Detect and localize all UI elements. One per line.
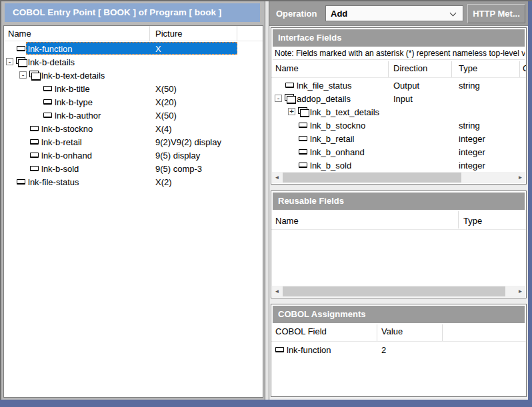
field-icon (17, 179, 25, 185)
field-name: lnk_b_onhand (310, 147, 365, 157)
field-picture: X(50) (155, 84, 177, 94)
column-header-picture: Picture (155, 29, 182, 39)
column-header-type: Type (459, 63, 477, 73)
expand-icon[interactable] (288, 108, 295, 115)
field-icon (299, 163, 307, 168)
collapse-icon[interactable] (19, 71, 27, 79)
field-type: integer (459, 161, 485, 171)
tree-row-lnk-file-status[interactable]: lnk-file-status X(2) (4, 175, 263, 189)
tree-row-lnk-b-sold[interactable]: lnk-b-sold 9(5) comp-3 (4, 162, 263, 175)
field-name: lnk_b_sold (310, 161, 351, 171)
field-icon (43, 113, 52, 118)
field-icon (30, 153, 39, 158)
field-picture: 9(2)V9(2) display (155, 137, 221, 147)
field-picture: X(2) (155, 177, 172, 187)
tree-row-lnk-b-title[interactable]: lnk-b-title X(50) (4, 82, 263, 95)
tree-row-lnk-function[interactable]: lnk-function X (4, 42, 263, 55)
horizontal-scrollbar[interactable]: ◄ ► (272, 286, 525, 297)
scroll-right-icon[interactable]: ► (515, 286, 525, 297)
reusable-fields-header: Reusable Fields (273, 193, 525, 210)
column-header-name: Name (275, 216, 299, 226)
column-header-truncated: C (523, 63, 526, 73)
tree-row-lnk-b-onhand[interactable]: lnk-b-onhand 9(5) display (4, 149, 263, 162)
scroll-left-icon[interactable]: ◄ (272, 172, 282, 183)
operation-selected-value: Add (331, 9, 347, 19)
tree-row-lnk-b-retail[interactable]: lnk-b-retail 9(2)V9(2) display (4, 135, 263, 149)
field-type: integer (459, 134, 485, 144)
header-divider (271, 341, 526, 342)
scrollbar-thumb[interactable] (283, 173, 461, 183)
cobol-assignments-header: COBOL Assignments (273, 306, 525, 323)
field-name: lnk_b_text_details (310, 107, 379, 117)
field-name: lnk_file_status (297, 81, 351, 91)
field-name: lnk-b-retail (41, 137, 82, 147)
scroll-left-icon[interactable]: ◄ (272, 286, 282, 297)
field-picture: X (155, 44, 161, 54)
chevron-down-icon (450, 10, 457, 17)
group-icon (29, 71, 40, 79)
field-name: lnk-file-status (28, 177, 79, 187)
field-picture: X(20) (155, 97, 177, 107)
horizontal-scrollbar[interactable]: ◄ ► (272, 172, 525, 183)
field-direction: Input (393, 94, 413, 104)
operation-select[interactable]: Add (325, 5, 463, 21)
assignment-row-lnk-function[interactable]: lnk-function 2 (271, 343, 526, 356)
column-divider (149, 26, 150, 41)
operation-bar: Operation Add HTTP Met... (269, 1, 528, 26)
tree-row-lnk-b-stockno[interactable]: lnk_b_stockno string (271, 119, 526, 132)
field-name: lnk_b_retail (310, 134, 355, 144)
tree-row-lnk-b-sold[interactable]: lnk_b_sold integer (271, 159, 526, 172)
column-header-value: Value (381, 326, 403, 336)
field-name: lnk-b-details (28, 57, 75, 67)
tree-row-addop-details[interactable]: addop_details Input (271, 92, 526, 105)
field-name: addop_details (297, 94, 351, 104)
tree-row-lnk-b-retail[interactable]: lnk_b_retail integer (271, 132, 526, 145)
field-name: lnk-b-onhand (41, 151, 92, 161)
tree-row-lnk-b-stockno[interactable]: lnk-b-stockno X(4) (4, 122, 263, 135)
collapse-icon[interactable] (6, 58, 13, 65)
field-picture: 9(5) display (155, 151, 200, 161)
tree-row-lnk-b-text-details[interactable]: lnk-b-text-details (4, 69, 263, 82)
column-header-cobol-field: COBOL Field (275, 326, 327, 336)
column-divider (388, 61, 389, 77)
tree-row-lnk-b-type[interactable]: lnk-b-type X(20) (4, 95, 263, 109)
group-icon (298, 107, 309, 116)
operation-label: Operation (276, 1, 317, 26)
field-name: lnk-b-stockno (41, 124, 93, 134)
column-header-name: Name (275, 63, 299, 73)
http-method-button[interactable]: HTTP Met... (467, 4, 525, 23)
tree-row-lnk-b-details[interactable]: lnk-b-details (4, 55, 263, 69)
field-icon (43, 99, 52, 105)
field-direction: Output (393, 81, 419, 91)
assignment-value: 2 (381, 345, 386, 355)
field-icon (275, 347, 284, 352)
reusable-fields-section: Reusable Fields Name Type ◄ ► (271, 191, 527, 298)
field-name: lnk-b-author (55, 111, 101, 121)
field-type: integer (459, 147, 485, 157)
interface-fields-header: Interface Fields (273, 29, 525, 47)
column-divider (451, 61, 452, 77)
scroll-right-icon[interactable]: ► (515, 172, 525, 183)
field-icon (299, 136, 307, 141)
field-type: string (459, 81, 480, 91)
tree-row-lnk-b-text-details[interactable]: lnk_b_text_details (271, 105, 526, 119)
cobol-structure-tree: Name Picture lnk-function X lnk-b-detail… (3, 25, 263, 398)
field-picture: 9(5) comp-3 (155, 164, 202, 174)
field-icon (30, 166, 39, 171)
scrollbar-thumb[interactable] (283, 286, 505, 296)
field-type: string (459, 121, 480, 131)
header-divider (271, 77, 526, 78)
interface-fields-section: Interface Fields Note: Fields marked wit… (271, 27, 527, 185)
tree-row-lnk-file-status[interactable]: lnk_file_status Output string (271, 79, 526, 92)
header-divider (271, 229, 526, 230)
column-header-name: Name (8, 29, 31, 39)
field-icon (30, 139, 39, 145)
tree-row-lnk-b-onhand[interactable]: lnk_b_onhand integer (271, 145, 526, 159)
assignment-field: lnk-function (287, 345, 331, 355)
group-icon (16, 57, 27, 66)
tree-row-lnk-b-author[interactable]: lnk-b-author X(50) (4, 109, 263, 122)
window-content: COBOL Entry Point [ BOOK ] of Program [ … (1, 1, 528, 400)
header-divider (4, 41, 263, 41)
column-header-type: Type (463, 216, 482, 226)
collapse-icon[interactable] (275, 95, 282, 102)
